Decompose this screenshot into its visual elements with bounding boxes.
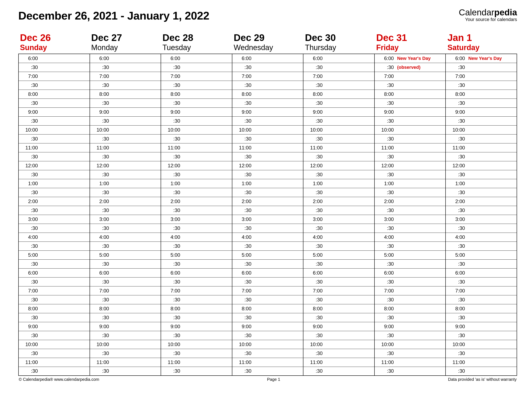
time-slot[interactable]: :30 <box>161 63 232 72</box>
time-slot[interactable]: 4:00 <box>19 233 89 242</box>
time-slot[interactable]: :30 <box>446 367 517 376</box>
time-slot[interactable]: 6:00 <box>161 268 232 277</box>
time-slot[interactable]: 4:00 <box>446 233 517 242</box>
time-slot[interactable]: 6:00 <box>232 268 303 277</box>
time-slot[interactable]: :30 <box>446 117 517 126</box>
time-slot[interactable]: 12:00 <box>232 161 303 170</box>
time-slot[interactable]: :30 <box>375 206 446 215</box>
time-slot[interactable]: 6:00 <box>375 268 446 277</box>
time-slot[interactable]: 11:00 <box>304 143 374 152</box>
time-slot[interactable]: 3:00 <box>90 215 161 224</box>
time-slot[interactable]: :30 <box>19 260 89 268</box>
time-slot[interactable]: :30 <box>90 152 161 161</box>
time-slot[interactable]: :30 <box>19 313 89 322</box>
time-slot[interactable]: :30 <box>375 152 446 161</box>
time-slot[interactable]: :30 <box>161 349 232 358</box>
time-slot[interactable]: :30 <box>161 313 232 322</box>
time-slot[interactable]: 1:00 <box>19 179 89 188</box>
time-slot[interactable]: 2:00 <box>19 197 89 206</box>
time-slot[interactable]: 3:00 <box>375 215 446 224</box>
time-slot[interactable]: :30 <box>232 81 303 90</box>
time-slot[interactable]: :30 <box>19 134 89 143</box>
time-slot[interactable]: 11:00 <box>446 143 517 152</box>
time-slot[interactable]: :30 <box>446 152 517 161</box>
time-slot[interactable]: 5:00 <box>90 251 161 260</box>
time-slot[interactable]: 8:00 <box>304 90 374 99</box>
time-slot[interactable]: 9:00 <box>90 322 161 331</box>
time-slot[interactable]: 10:00 <box>232 340 303 349</box>
time-slot[interactable]: :30 <box>304 277 374 287</box>
time-slot[interactable]: 5:00 <box>375 251 446 260</box>
time-slot[interactable]: 10:00 <box>19 126 89 134</box>
time-slot[interactable]: :30 <box>375 134 446 143</box>
time-slot[interactable]: 3:00 <box>19 215 89 224</box>
time-slot[interactable]: 8:00 <box>90 304 161 313</box>
time-slot[interactable]: :30 <box>161 152 232 161</box>
time-slot[interactable]: 1:00 <box>304 179 374 188</box>
time-slot[interactable]: 8:00 <box>232 304 303 313</box>
time-slot[interactable]: 3:00 <box>232 215 303 224</box>
time-slot[interactable]: :30 <box>304 331 374 340</box>
time-slot[interactable]: 10:00 <box>90 340 161 349</box>
time-slot[interactable]: 7:00 <box>446 287 517 295</box>
time-slot[interactable]: 2:00 <box>375 197 446 206</box>
time-slot[interactable]: :30 <box>446 242 517 251</box>
time-slot[interactable]: :30 <box>304 349 374 358</box>
time-slot[interactable]: 1:00 <box>446 179 517 188</box>
time-slot[interactable]: 8:00 <box>375 304 446 313</box>
time-slot[interactable]: 11:00 <box>446 358 517 367</box>
time-slot[interactable]: 5:00 <box>304 251 374 260</box>
time-slot[interactable]: :30 <box>161 242 232 251</box>
time-slot[interactable]: :30 <box>19 367 89 376</box>
time-slot[interactable]: :30 <box>446 313 517 322</box>
time-slot[interactable]: 6:00 <box>90 268 161 277</box>
time-slot[interactable]: :30 <box>19 277 89 287</box>
time-slot[interactable]: 2:00 <box>90 197 161 206</box>
time-slot[interactable]: :30 <box>232 117 303 126</box>
time-slot[interactable]: :30 <box>232 188 303 197</box>
time-slot[interactable]: 10:00 <box>161 340 232 349</box>
time-slot[interactable]: :30 <box>375 117 446 126</box>
time-slot[interactable]: :30 <box>446 260 517 268</box>
time-slot[interactable]: 9:00 <box>446 108 517 117</box>
time-slot[interactable]: 1:00 <box>161 179 232 188</box>
time-slot[interactable]: :30 <box>375 81 446 90</box>
time-slot[interactable]: 11:00 <box>304 358 374 367</box>
time-slot[interactable]: :30 <box>375 313 446 322</box>
time-slot[interactable]: :30 <box>446 206 517 215</box>
time-slot[interactable]: :30 <box>19 331 89 340</box>
time-slot[interactable]: :30 <box>446 295 517 304</box>
time-slot[interactable]: 4:00 <box>304 233 374 242</box>
time-slot[interactable]: 10:00 <box>232 126 303 134</box>
time-slot[interactable]: 9:00 <box>90 108 161 117</box>
time-slot[interactable]: :30 <box>19 242 89 251</box>
time-slot[interactable]: :30 <box>19 206 89 215</box>
time-slot[interactable]: :30 <box>375 277 446 287</box>
time-slot[interactable]: 9:00 <box>161 108 232 117</box>
time-slot[interactable]: :30 <box>446 134 517 143</box>
time-slot[interactable]: :30 <box>304 313 374 322</box>
time-slot[interactable]: 4:00 <box>161 233 232 242</box>
time-slot[interactable]: :30 <box>90 99 161 108</box>
time-slot[interactable]: :30 <box>90 117 161 126</box>
time-slot[interactable]: :30 <box>19 188 89 197</box>
time-slot[interactable]: 9:00 <box>375 322 446 331</box>
time-slot[interactable]: 8:00 <box>446 304 517 313</box>
time-slot[interactable]: 12:00 <box>446 161 517 170</box>
time-slot[interactable]: 2:00 <box>232 197 303 206</box>
time-slot[interactable]: :30 <box>232 224 303 233</box>
time-slot[interactable]: 8:00 <box>375 90 446 99</box>
time-slot[interactable]: 2:00 <box>161 197 232 206</box>
time-slot[interactable]: 8:00 <box>19 90 89 99</box>
time-slot[interactable]: :30 <box>90 331 161 340</box>
time-slot[interactable]: :30 <box>232 367 303 376</box>
time-slot[interactable]: :30 <box>375 242 446 251</box>
time-slot[interactable]: :30 <box>304 367 374 376</box>
time-slot[interactable]: :30 <box>446 349 517 358</box>
time-slot[interactable]: 7:00 <box>232 72 303 81</box>
time-slot[interactable]: 7:00 <box>304 287 374 295</box>
time-slot[interactable]: 5:00 <box>19 251 89 260</box>
time-slot[interactable]: 7:00 <box>161 72 232 81</box>
time-slot[interactable]: 11:00 <box>161 143 232 152</box>
time-slot[interactable]: :30 <box>90 260 161 268</box>
